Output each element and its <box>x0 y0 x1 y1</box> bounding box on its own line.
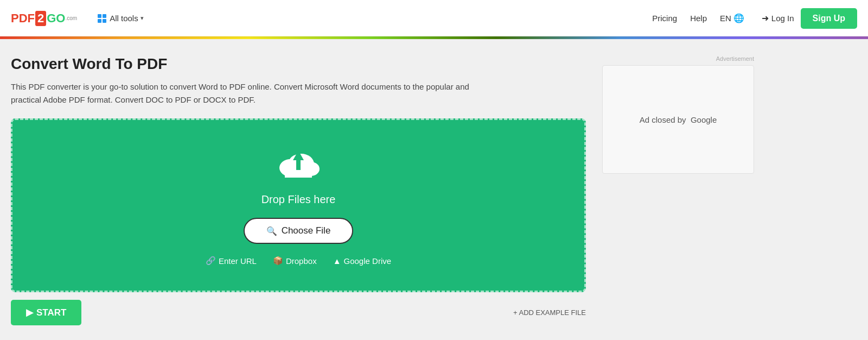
bottom-row: ▶ START + ADD EXAMPLE FILE <box>11 300 586 325</box>
login-arrow-icon: ➜ <box>762 13 769 23</box>
help-link[interactable]: Help <box>690 14 707 23</box>
ad-closed-label: Ad closed by <box>640 115 686 124</box>
page-description: This PDF converter is your go-to solutio… <box>11 80 483 106</box>
content-left: Convert Word To PDF This PDF converter i… <box>11 55 586 325</box>
lang-label: EN <box>720 14 731 23</box>
advertisement-label: Advertisement <box>602 55 754 62</box>
pricing-link[interactable]: Pricing <box>652 14 677 23</box>
header-nav: Pricing Help EN 🌐 <box>652 13 744 23</box>
dropbox-link[interactable]: 📦 Dropbox <box>273 256 317 266</box>
choose-file-label: Choose File <box>282 225 331 236</box>
google-drive-link[interactable]: ▲ Google Drive <box>333 256 391 266</box>
start-arrow-icon: ▶ <box>26 307 33 318</box>
enter-url-label: Enter URL <box>219 256 257 266</box>
language-button[interactable]: EN 🌐 <box>720 13 744 23</box>
google-drive-label: Google Drive <box>344 256 392 266</box>
google-label: Google <box>691 115 717 124</box>
link-icon: 🔗 <box>206 256 216 266</box>
all-tools-label: All tools <box>110 14 138 23</box>
header: PDF 2 GO .com All tools ▾ Pricing Help E… <box>0 0 868 36</box>
drop-files-text: Drop Files here <box>261 193 336 206</box>
chevron-down-icon: ▾ <box>141 15 144 22</box>
enter-url-link[interactable]: 🔗 Enter URL <box>206 256 257 266</box>
cloud-upload-icon <box>274 145 323 188</box>
logo-2: 2 <box>35 11 46 26</box>
ad-box: Ad closed by Google <box>602 65 754 174</box>
globe-icon: 🌐 <box>733 13 744 23</box>
logo-com: .com <box>65 15 77 21</box>
login-label: Log In <box>771 14 794 23</box>
page-title: Convert Word To PDF <box>11 55 586 73</box>
dropbox-label: Dropbox <box>286 256 317 266</box>
grid-icon <box>98 14 106 23</box>
upload-links: 🔗 Enter URL 📦 Dropbox ▲ Google Drive <box>206 256 391 266</box>
start-label: START <box>36 307 66 318</box>
login-button[interactable]: ➜ Log In <box>755 9 801 28</box>
logo[interactable]: PDF 2 GO .com <box>11 11 77 26</box>
main-content: Convert Word To PDF This PDF converter i… <box>0 39 868 336</box>
ad-sidebar: Advertisement Ad closed by Google <box>602 55 754 325</box>
upload-drop-zone[interactable]: Drop Files here 🔍 Choose File 🔗 Enter UR… <box>11 118 586 292</box>
logo-go: GO <box>47 11 65 26</box>
start-button[interactable]: ▶ START <box>11 300 81 325</box>
all-tools-button[interactable]: All tools ▾ <box>93 11 148 26</box>
search-icon: 🔍 <box>266 226 277 236</box>
dropbox-icon: 📦 <box>273 256 283 266</box>
logo-pdf: PDF <box>11 11 35 26</box>
choose-file-button[interactable]: 🔍 Choose File <box>244 218 354 244</box>
add-example-file-link[interactable]: + ADD EXAMPLE FILE <box>513 308 586 317</box>
signup-button[interactable]: Sign Up <box>801 8 857 29</box>
ad-closed-text: Ad closed by Google <box>640 115 717 124</box>
google-drive-icon: ▲ <box>333 256 341 266</box>
